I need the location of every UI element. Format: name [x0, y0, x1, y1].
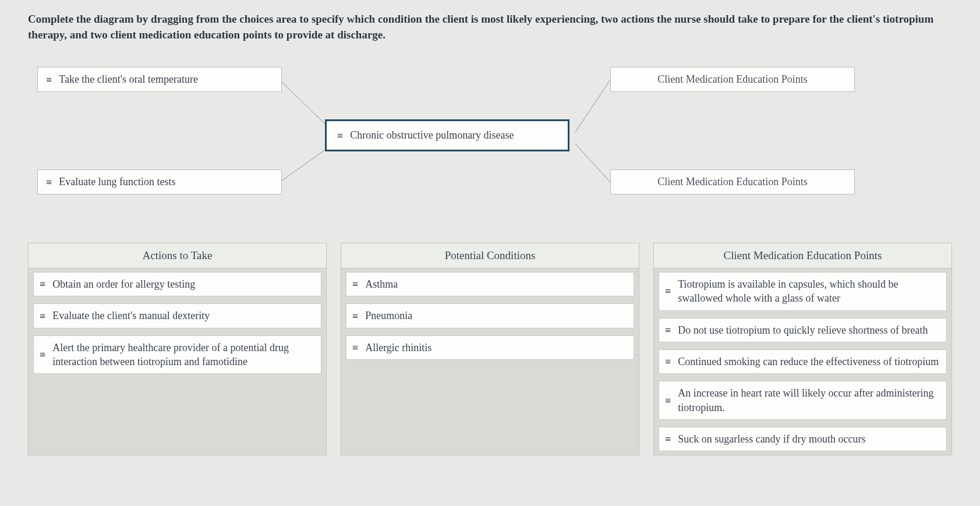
choice-education[interactable]: ≡ Tiotropium is available in capsules, w…: [659, 272, 947, 311]
conditions-column-header: Potential Conditions: [341, 243, 639, 268]
choice-label: Asthma: [365, 277, 628, 291]
drag-handle-icon: ≡: [46, 177, 52, 187]
choice-label: Evaluate the client's manual dexterity: [52, 309, 315, 323]
drag-handle-icon: ≡: [46, 75, 52, 85]
choices-area: Actions to Take ≡ Obtain an order for al…: [28, 243, 952, 455]
svg-line-2: [575, 80, 610, 132]
drag-handle-icon: ≡: [665, 325, 671, 335]
condition-drop-slot[interactable]: ≡ Chronic obstructive pulmonary disease: [325, 119, 569, 151]
drag-handle-icon: ≡: [665, 434, 671, 444]
choice-condition[interactable]: ≡ Allergic rhinitis: [346, 335, 634, 360]
education-slot-2-placeholder: Client Medication Education Points: [657, 176, 807, 188]
drag-handle-icon: ≡: [665, 395, 671, 406]
action-drop-slot-2[interactable]: ≡ Evaluate lung function tests: [37, 169, 282, 194]
actions-column-header: Actions to Take: [29, 243, 326, 268]
drag-handle-icon: ≡: [352, 279, 358, 289]
choice-label: Pneumonia: [365, 309, 628, 323]
choice-condition[interactable]: ≡ Asthma: [346, 272, 634, 296]
drag-handle-icon: ≡: [40, 349, 45, 360]
svg-line-3: [575, 144, 610, 182]
drag-handle-icon: ≡: [352, 342, 358, 353]
education-choices-column: Client Medication Education Points ≡ Tio…: [653, 243, 952, 455]
condition-slot-text: Chronic obstructive pulmonary disease: [350, 129, 514, 141]
choice-label: An increase in heart rate will likely oc…: [678, 386, 940, 415]
choice-label: Continued smoking can reduce the effecti…: [678, 355, 940, 369]
action-drop-slot-1[interactable]: ≡ Take the client's oral temperature: [37, 67, 282, 92]
action-slot-1-text: Take the client's oral temperature: [59, 73, 198, 86]
choice-label: Alert the primary healthcare provider of…: [52, 341, 315, 369]
education-drop-slot-1[interactable]: Client Medication Education Points: [610, 67, 855, 92]
education-drop-slot-2[interactable]: Client Medication Education Points: [610, 169, 855, 194]
drag-handle-icon: ≡: [665, 356, 671, 367]
bowtie-diagram: ≡ Take the client's oral temperature ≡ E…: [28, 56, 952, 231]
choice-education[interactable]: ≡ Do not use tiotropium to quickly relie…: [659, 318, 947, 342]
choice-label: Tiotropium is available in capsules, whi…: [678, 277, 940, 306]
drag-handle-icon: ≡: [665, 286, 671, 296]
choice-education[interactable]: ≡ An increase in heart rate will likely …: [659, 381, 947, 420]
conditions-choices-column: Potential Conditions ≡ Asthma ≡ Pneumoni…: [341, 243, 639, 455]
drag-handle-icon: ≡: [40, 279, 45, 289]
drag-handle-icon: ≡: [337, 130, 343, 141]
education-column-header: Client Medication Education Points: [654, 243, 951, 268]
action-slot-2-text: Evaluate lung function tests: [59, 176, 175, 188]
choice-label: Obtain an order for allergy testing: [52, 277, 315, 291]
choice-label: Allergic rhinitis: [365, 341, 628, 355]
choice-action[interactable]: ≡ Obtain an order for allergy testing: [33, 272, 321, 296]
choice-label: Suck on sugarless candy if dry mouth occ…: [678, 432, 940, 446]
choice-education[interactable]: ≡ Continued smoking can reduce the effec…: [659, 349, 947, 374]
choice-condition[interactable]: ≡ Pneumonia: [346, 303, 634, 328]
choice-action[interactable]: ≡ Evaluate the client's manual dexterity: [33, 303, 321, 328]
choice-education[interactable]: ≡ Suck on sugarless candy if dry mouth o…: [659, 427, 947, 451]
choice-label: Do not use tiotropium to quickly relieve…: [678, 323, 940, 337]
education-slot-1-placeholder: Client Medication Education Points: [657, 73, 807, 86]
question-instructions: Complete the diagram by dragging from th…: [28, 12, 952, 43]
actions-choices-column: Actions to Take ≡ Obtain an order for al…: [28, 243, 327, 455]
choice-action[interactable]: ≡ Alert the primary healthcare provider …: [33, 335, 321, 374]
drag-handle-icon: ≡: [352, 311, 358, 321]
drag-handle-icon: ≡: [40, 311, 45, 321]
